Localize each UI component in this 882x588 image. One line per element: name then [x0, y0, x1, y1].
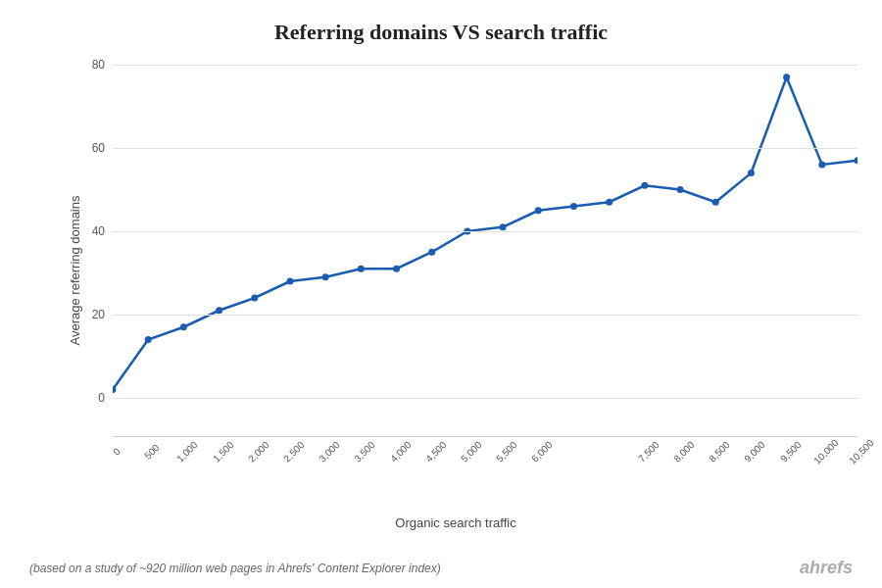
- data-point: [748, 170, 755, 176]
- x-tick-label: 500: [142, 442, 162, 462]
- grid-line: [113, 148, 858, 149]
- data-point: [500, 223, 507, 230]
- page-container: Referring domains VS search traffic Aver…: [0, 0, 882, 588]
- grid-line: [113, 65, 858, 66]
- data-point: [677, 186, 684, 193]
- data-point: [180, 323, 187, 330]
- chart-inner: 02040608005001,0001,5002,0002,5003,0003,…: [113, 65, 858, 437]
- data-point: [216, 307, 222, 314]
- chart-line: [113, 77, 858, 390]
- x-tick-label: 10,500: [847, 437, 875, 466]
- footer-note: (based on a study of ~920 million web pa…: [29, 562, 441, 575]
- data-point: [570, 203, 577, 210]
- footer: (based on a study of ~920 million web pa…: [10, 550, 872, 578]
- y-tick-label: 80: [92, 58, 105, 72]
- x-tick-label: 2,000: [246, 439, 270, 464]
- footer-brand: ahrefs: [800, 558, 853, 578]
- x-tick-label: 9,500: [778, 439, 803, 464]
- data-point: [641, 182, 648, 189]
- data-point: [606, 199, 612, 206]
- x-axis-line: [113, 436, 858, 437]
- x-tick-label: 8,500: [707, 439, 731, 464]
- x-tick-label: 3,500: [352, 439, 376, 464]
- x-tick-label: 4,500: [423, 439, 448, 464]
- x-tick-label: 7,500: [636, 439, 661, 464]
- x-tick-label: 6,000: [529, 439, 554, 464]
- data-point: [855, 157, 858, 164]
- grid-line: [113, 231, 858, 232]
- data-point: [145, 336, 152, 343]
- x-axis-label: Organic search traffic: [395, 515, 515, 530]
- x-tick-label: 0: [111, 446, 122, 458]
- data-point: [286, 278, 293, 285]
- grid-line: [113, 315, 858, 316]
- grid-line: [113, 398, 858, 399]
- x-tick-label: 4,000: [388, 439, 413, 464]
- x-tick-label: 9,000: [743, 439, 767, 464]
- chart-title: Referring domains VS search traffic: [274, 20, 608, 45]
- x-tick-label: 5,000: [459, 439, 483, 464]
- data-point: [818, 162, 825, 169]
- x-tick-label: 2,500: [281, 439, 306, 464]
- x-tick-label: 1,500: [211, 439, 235, 464]
- y-tick-label: 40: [92, 224, 105, 238]
- x-tick-label: 10,000: [811, 437, 840, 466]
- x-tick-label: 5,500: [494, 439, 518, 464]
- x-tick-label: 3,000: [317, 439, 341, 464]
- x-tick-label: 8,000: [671, 439, 696, 464]
- x-tick-label: 1,000: [175, 439, 200, 464]
- y-tick-label: 20: [92, 308, 105, 321]
- data-point: [358, 266, 365, 272]
- data-point: [393, 266, 400, 272]
- data-point: [783, 74, 790, 80]
- chart-area: Average referring domains 02040608005001…: [54, 65, 858, 476]
- data-point: [322, 273, 329, 280]
- data-point: [251, 295, 258, 302]
- y-tick-label: 60: [92, 141, 105, 155]
- data-point: [428, 249, 435, 256]
- data-point: [712, 199, 719, 206]
- y-axis-label: Average referring domains: [68, 196, 82, 346]
- y-tick-label: 0: [98, 391, 105, 405]
- data-point: [535, 207, 542, 214]
